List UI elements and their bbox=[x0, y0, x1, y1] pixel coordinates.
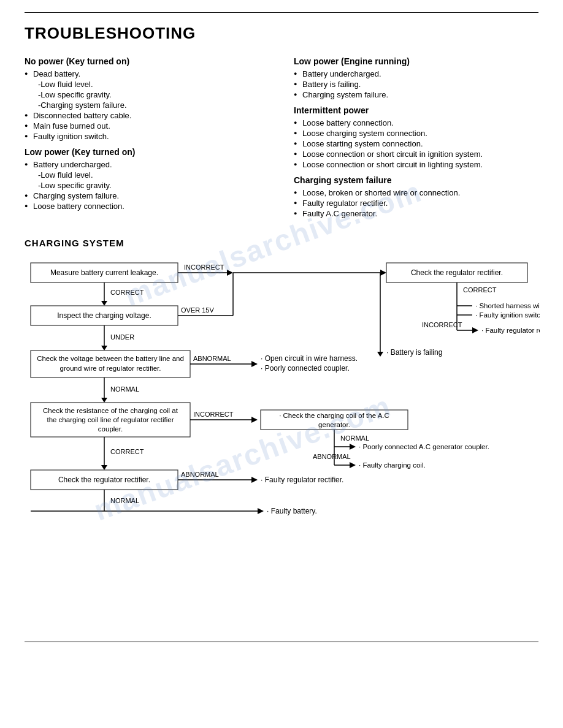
note-faulty-ignition: · Faulty ignition switch. bbox=[475, 311, 540, 319]
arrow-battery-failing bbox=[377, 352, 383, 357]
low-power-key-list: Battery undercharged. -Low fluid level. … bbox=[25, 160, 269, 211]
list-item: Charging system failure. bbox=[294, 90, 538, 99]
box3-text1: Check the voltage between the battery li… bbox=[37, 355, 184, 362]
list-item: Faulty ignition switch. bbox=[25, 132, 269, 141]
under-label: UNDER bbox=[110, 333, 134, 341]
box-right2-text2: generator. bbox=[318, 421, 350, 428]
note-faulty-reg2: · Faulty regulator rectifier. bbox=[261, 476, 343, 484]
charging-system-title: CHARGING SYSTEM bbox=[25, 238, 538, 248]
normal1-label: NORMAL bbox=[110, 385, 139, 393]
list-item: Charging system failure. bbox=[25, 191, 269, 200]
box1-text: Measure battery current leakage. bbox=[50, 268, 158, 277]
over15v-label: OVER 15V bbox=[181, 306, 214, 314]
list-item: Faulty regulator rectifier. bbox=[294, 199, 538, 208]
battery-failing-text: · Battery is failing bbox=[386, 348, 442, 357]
box4-text2: the charging coil line of regulator rect… bbox=[47, 416, 174, 423]
list-item: Loose battery connection. bbox=[294, 118, 538, 127]
list-item: Battery undercharged. bbox=[25, 160, 269, 169]
abnormal3-label: ABNORMAL bbox=[181, 471, 219, 478]
charging-failure-list: Loose, broken or shorted wire or connect… bbox=[294, 188, 538, 218]
list-item: Battery is failing. bbox=[294, 80, 538, 89]
list-item: Loose, broken or shorted wire or connect… bbox=[294, 188, 538, 197]
list-item: Loose charging system connection. bbox=[294, 129, 538, 138]
list-item: -Low fluid level. bbox=[25, 170, 269, 180]
section-low-power-key: Low power (Key turned on) bbox=[25, 147, 269, 157]
arrow-abnormal2 bbox=[350, 462, 356, 468]
page-title: TROUBLESHOOTING bbox=[25, 24, 538, 43]
bottom-border bbox=[25, 642, 538, 642]
list-item: -Low fluid level. bbox=[25, 80, 269, 89]
col1: No power (Key turned on) Dead battery. -… bbox=[25, 56, 269, 224]
box4-text1: Check the resistance of the charging coi… bbox=[43, 407, 178, 414]
section-low-power-engine: Low power (Engine running) bbox=[294, 56, 538, 66]
box5-text: Check the regulator rectifier. bbox=[58, 476, 150, 484]
arrow-down1 bbox=[101, 301, 107, 306]
arrow-faulty-reg bbox=[472, 327, 478, 333]
section-charging-failure: Charging system failure bbox=[294, 175, 538, 185]
box4-text3: coupler. bbox=[98, 425, 123, 433]
incorrect2-label: INCORRECT bbox=[422, 321, 462, 328]
arrow-faulty-battery bbox=[258, 508, 264, 514]
correct3-label: CORRECT bbox=[110, 448, 144, 455]
list-item: Main fuse burned out. bbox=[25, 121, 269, 131]
arrow-abnormal1 bbox=[251, 361, 258, 367]
incorrect1-label: INCORRECT bbox=[184, 264, 224, 271]
list-item: Loose connection or short circuit in ign… bbox=[294, 150, 538, 159]
list-item: Disconnected battery cable. bbox=[25, 111, 269, 120]
charging-system-section: CHARGING SYSTEM Measure battery current … bbox=[25, 238, 538, 631]
list-item: -Low specific gravity. bbox=[25, 181, 269, 190]
section-intermittent: Intermittent power bbox=[294, 105, 538, 115]
list-item: Loose battery connection. bbox=[25, 202, 269, 211]
abnormal1-label: ABNORMAL bbox=[193, 355, 231, 362]
note-poorly-coupler1: · Poorly connected coupler. bbox=[261, 364, 350, 373]
list-item: -Low specific gravity. bbox=[25, 90, 269, 99]
note-poorly-ac: · Poorly connected A.C generator coupler… bbox=[359, 443, 489, 450]
arrow-down3 bbox=[101, 398, 107, 403]
normal2-label: NORMAL bbox=[340, 434, 369, 442]
intermittent-list: Loose battery connection. Loose charging… bbox=[294, 118, 538, 169]
note-faulty-reg: · Faulty regulator rectifier. bbox=[481, 327, 540, 334]
note-faulty-battery: · Faulty battery. bbox=[267, 507, 317, 515]
correct1-label: CORRECT bbox=[110, 289, 144, 296]
list-item: -Charging system failure. bbox=[25, 100, 269, 110]
note-shorted: · Shorted harness wire. bbox=[475, 302, 540, 309]
arrow-right1 bbox=[227, 270, 233, 276]
arrow-down2 bbox=[101, 346, 107, 351]
box3-text2: ground wire of regulator rectifier. bbox=[60, 365, 161, 372]
troubleshooting-section: No power (Key turned on) Dead battery. -… bbox=[25, 56, 538, 224]
box2-text: Inspect the charging voltage. bbox=[57, 311, 151, 320]
normal3-label: NORMAL bbox=[110, 497, 139, 504]
arrow-down4 bbox=[101, 465, 107, 470]
section-no-power: No power (Key turned on) bbox=[25, 56, 269, 66]
box-right2-text1: · Check the charging coil of the A.C bbox=[279, 412, 389, 419]
list-item: Loose connection or short circuit in lig… bbox=[294, 160, 538, 169]
list-item: Loose starting system connection. bbox=[294, 139, 538, 148]
arrow-normal2 bbox=[350, 444, 356, 450]
col2: Low power (Engine running) Battery under… bbox=[294, 56, 538, 224]
list-item: Dead battery. bbox=[25, 69, 269, 78]
note-open-circuit: · Open circuit in wire harness. bbox=[261, 354, 358, 363]
correct2-label: CORRECT bbox=[463, 286, 497, 294]
no-power-list: Dead battery. -Low fluid level. -Low spe… bbox=[25, 69, 269, 141]
flowchart-svg: Measure battery current leakage. INCORRE… bbox=[25, 257, 540, 631]
list-item: Battery undercharged. bbox=[294, 69, 538, 78]
arrow-right1b bbox=[380, 270, 386, 276]
top-border bbox=[25, 12, 538, 13]
arrow-abnormal3 bbox=[251, 477, 258, 483]
note-faulty-coil: · Faulty charging coil. bbox=[359, 461, 426, 469]
incorrect3-label: INCORRECT bbox=[193, 411, 234, 418]
list-item: Faulty A.C generator. bbox=[294, 209, 538, 218]
low-power-engine-list: Battery undercharged. Battery is failing… bbox=[294, 69, 538, 99]
abnormal2-label: ABNORMAL bbox=[313, 453, 351, 460]
arrow-incorrect3 bbox=[251, 417, 258, 423]
box-right1-text: Check the regulator rectifier. bbox=[411, 268, 503, 277]
